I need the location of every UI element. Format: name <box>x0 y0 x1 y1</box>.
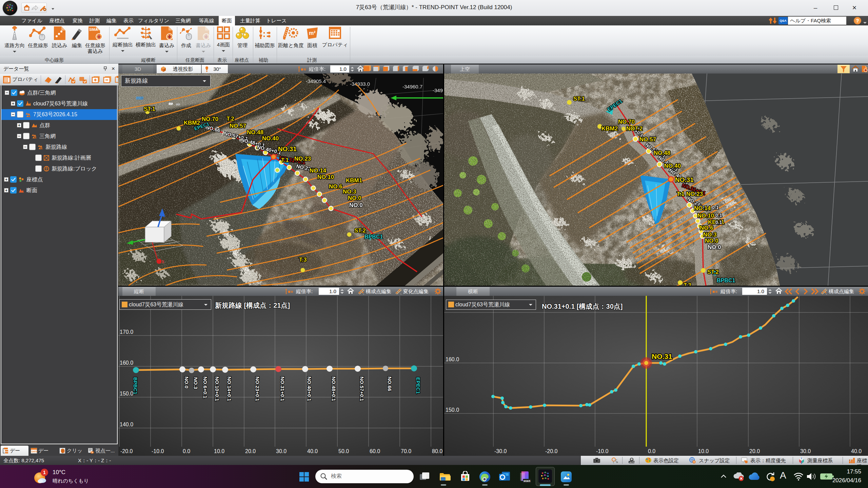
svg-text:NO.0: NO.0 <box>708 244 721 250</box>
svg-text:NO.6: NO.6 <box>700 225 713 231</box>
svg-text:170.0: 170.0 <box>120 329 133 335</box>
svg-text:-34905.4: -34905.4 <box>306 78 326 84</box>
svg-text:NO.14+0.1: NO.14+0.1 <box>226 377 232 401</box>
svg-text:NO.48: NO.48 <box>247 129 263 136</box>
svg-text:BPBC1: BPBC1 <box>364 234 383 240</box>
svg-text:ST.2: ST.2 <box>354 227 366 234</box>
svg-text:NO.6+0.1: NO.6+0.1 <box>202 377 208 399</box>
svg-text:NO.0: NO.0 <box>348 195 361 201</box>
svg-text:BPBC1: BPBC1 <box>133 377 138 394</box>
svg-text:NO.70: NO.70 <box>618 119 635 125</box>
svg-text:NO.31: NO.31 <box>652 352 672 360</box>
svg-text:50.0: 50.0 <box>338 448 349 454</box>
svg-text:AUTO: AUTO <box>629 461 635 463</box>
svg-text:-349: -349 <box>433 87 443 93</box>
svg-text:ST.2: ST.2 <box>707 269 719 275</box>
svg-text:NO.23: NO.23 <box>294 156 311 162</box>
svg-text:m²: m² <box>309 30 316 36</box>
svg-text:NO.3: NO.3 <box>193 377 199 389</box>
svg-text:80.0: 80.0 <box>432 448 442 454</box>
svg-text:T.3: T.3 <box>299 257 307 263</box>
svg-text:NO.48+0.1: NO.48+0.1 <box>331 377 337 401</box>
svg-text:1: 1 <box>43 470 46 475</box>
svg-text:NO.6: NO.6 <box>329 183 342 190</box>
svg-text:140.0: 140.0 <box>120 422 133 427</box>
svg-text:150.0: 150.0 <box>120 391 133 396</box>
svg-text:NO.57: NO.57 <box>230 123 246 129</box>
svg-text:150.0: 150.0 <box>446 407 459 413</box>
svg-text:NO.14: NO.14 <box>694 205 711 211</box>
svg-text:DATA: DATA <box>32 450 37 453</box>
svg-text:NO.70: NO.70 <box>202 116 218 122</box>
svg-text:NO.0: NO.0 <box>184 377 190 388</box>
svg-text:0.0: 0.0 <box>648 448 655 454</box>
svg-text:-34960.7: -34960.7 <box>402 84 422 89</box>
svg-text:NO.10+0.1: NO.10+0.1 <box>214 377 220 401</box>
svg-text:BPBC1: BPBC1 <box>717 278 735 283</box>
svg-text:EPEC1: EPEC1 <box>415 377 421 394</box>
svg-text:NO.31+0.1: NO.31+0.1 <box>280 377 285 401</box>
svg-text:X: X <box>162 260 164 264</box>
svg-text:NO.31: NO.31 <box>675 176 694 183</box>
svg-text:NO.40+0.1: NO.40+0.1 <box>307 377 312 401</box>
svg-text:40.0: 40.0 <box>851 448 862 454</box>
svg-text:NO.3: NO.3 <box>343 188 356 195</box>
svg-text:-20.0: -20.0 <box>545 448 558 454</box>
svg-text:160.0: 160.0 <box>446 357 459 362</box>
svg-text:T.3: T.3 <box>684 282 691 286</box>
svg-text:30.0: 30.0 <box>276 448 287 454</box>
svg-text:NO.31: NO.31 <box>278 145 297 152</box>
svg-text:-34933.0: -34933.0 <box>350 81 370 87</box>
svg-text:NO.3: NO.3 <box>703 231 717 238</box>
svg-text:NO.0: NO.0 <box>705 238 718 244</box>
svg-text:NO.57+0.1: NO.57+0.1 <box>359 377 365 401</box>
svg-text:-30.0: -30.0 <box>494 448 507 454</box>
svg-text:SIMA: SIMA <box>89 28 98 32</box>
svg-text:T.2: T.2 <box>226 116 234 122</box>
svg-text:10.0: 10.0 <box>698 448 709 454</box>
svg-text:160.0: 160.0 <box>120 360 133 366</box>
svg-text:ST.1: ST.1 <box>573 96 585 102</box>
svg-text:NO.23+0.1: NO.23+0.1 <box>255 377 260 401</box>
svg-text:M365: M365 <box>524 480 531 483</box>
svg-text:0.1: 0.1 <box>715 220 722 225</box>
svg-text:NO.0: NO.0 <box>349 202 363 208</box>
svg-text:NO.48: NO.48 <box>654 150 670 156</box>
svg-text:0.1: 0.1 <box>715 212 722 218</box>
svg-text:T.1: T.1 <box>281 157 289 163</box>
svg-text:NO.10: NO.10 <box>697 212 714 219</box>
svg-text:NO.10: NO.10 <box>317 174 334 180</box>
svg-text:-20.0: -20.0 <box>120 448 133 454</box>
svg-text:10.0: 10.0 <box>214 448 224 454</box>
svg-text:60.0: 60.0 <box>370 448 380 454</box>
svg-text:ST.1: ST.1 <box>144 106 155 112</box>
svg-text:NO.14: NO.14 <box>310 167 327 174</box>
svg-text:T.1: T.1 <box>677 191 685 197</box>
svg-text:30.0: 30.0 <box>800 448 811 454</box>
svg-text:KBM1: KBM1 <box>346 177 362 184</box>
svg-text:-10.0: -10.0 <box>152 448 164 454</box>
svg-text:-10.0: -10.0 <box>596 448 609 454</box>
svg-text:20.0: 20.0 <box>749 448 760 454</box>
svg-text:0.1: 0.1 <box>712 205 719 210</box>
svg-text:20.0: 20.0 <box>245 448 256 454</box>
svg-text:KBM2: KBM2 <box>601 125 618 132</box>
svg-text:0.0: 0.0 <box>183 448 190 454</box>
svg-text:NO.40: NO.40 <box>262 135 279 142</box>
svg-text:40.0: 40.0 <box>307 448 318 454</box>
svg-text:NO.66: NO.66 <box>387 377 393 391</box>
svg-text:70.0: 70.0 <box>401 448 411 454</box>
